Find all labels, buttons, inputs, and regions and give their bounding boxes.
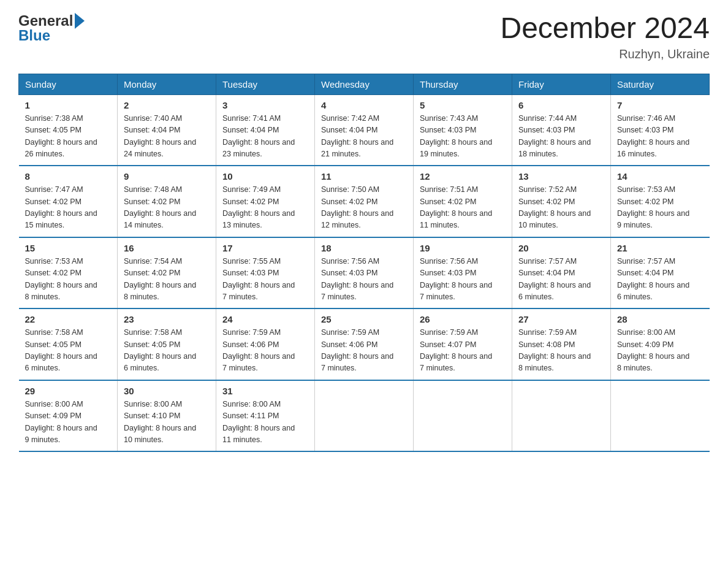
day-number: 21 [617,243,703,253]
day-info: Sunrise: 7:58 AMSunset: 4:05 PMDaylight:… [124,327,210,375]
day-info: Sunrise: 7:59 AMSunset: 4:06 PMDaylight:… [321,327,407,375]
day-info: Sunrise: 7:57 AMSunset: 4:04 PMDaylight:… [617,256,703,304]
day-number: 10 [222,171,308,182]
day-number: 26 [420,314,506,324]
day-info: Sunrise: 7:50 AMSunset: 4:02 PMDaylight:… [321,184,407,232]
day-number: 30 [124,386,210,396]
calendar-table: SundayMondayTuesdayWednesdayThursdayFrid… [18,74,710,453]
day-number: 4 [321,100,407,110]
day-number: 9 [124,171,210,182]
calendar-cell: 6Sunrise: 7:44 AMSunset: 4:03 PMDaylight… [512,94,611,166]
calendar-cell: 1Sunrise: 7:38 AMSunset: 4:05 PMDaylight… [19,94,118,166]
calendar-week-row: 15Sunrise: 7:53 AMSunset: 4:02 PMDayligh… [19,237,710,309]
day-info: Sunrise: 7:54 AMSunset: 4:02 PMDaylight:… [124,256,210,304]
calendar-cell: 4Sunrise: 7:42 AMSunset: 4:04 PMDaylight… [315,94,414,166]
calendar-cell: 5Sunrise: 7:43 AMSunset: 4:03 PMDaylight… [414,94,512,166]
calendar-cell: 20Sunrise: 7:57 AMSunset: 4:04 PMDayligh… [512,237,611,309]
calendar-cell: 19Sunrise: 7:56 AMSunset: 4:03 PMDayligh… [414,237,512,309]
day-info: Sunrise: 7:43 AMSunset: 4:03 PMDaylight:… [420,113,506,161]
day-number: 8 [25,171,112,182]
day-number: 23 [124,314,210,324]
weekday-header-thursday: Thursday [414,74,512,94]
day-info: Sunrise: 7:55 AMSunset: 4:03 PMDaylight:… [222,256,308,304]
calendar-cell: 11Sunrise: 7:50 AMSunset: 4:02 PMDayligh… [315,166,414,237]
weekday-header-monday: Monday [118,74,216,94]
day-number: 25 [321,314,407,324]
weekday-header-wednesday: Wednesday [315,74,414,94]
calendar-cell: 10Sunrise: 7:49 AMSunset: 4:02 PMDayligh… [216,166,315,237]
day-number: 11 [321,171,407,182]
calendar-cell: 23Sunrise: 7:58 AMSunset: 4:05 PMDayligh… [118,308,216,380]
calendar-cell [512,380,611,452]
day-number: 5 [420,100,506,110]
calendar-cell: 16Sunrise: 7:54 AMSunset: 4:02 PMDayligh… [118,237,216,309]
calendar-cell: 12Sunrise: 7:51 AMSunset: 4:02 PMDayligh… [414,166,512,237]
day-info: Sunrise: 7:49 AMSunset: 4:02 PMDaylight:… [222,184,308,232]
calendar-cell: 15Sunrise: 7:53 AMSunset: 4:02 PMDayligh… [19,237,118,309]
day-number: 14 [617,171,703,182]
day-info: Sunrise: 8:00 AMSunset: 4:09 PMDaylight:… [617,327,703,375]
calendar-cell: 29Sunrise: 8:00 AMSunset: 4:09 PMDayligh… [19,380,118,452]
day-number: 7 [617,100,703,110]
weekday-header-tuesday: Tuesday [216,74,315,94]
calendar-week-row: 8Sunrise: 7:47 AMSunset: 4:02 PMDaylight… [19,166,710,237]
logo-triangle-icon [75,13,85,29]
day-info: Sunrise: 7:51 AMSunset: 4:02 PMDaylight:… [420,184,506,232]
calendar-cell [315,380,414,452]
calendar-cell: 8Sunrise: 7:47 AMSunset: 4:02 PMDaylight… [19,166,118,237]
day-number: 3 [222,100,308,110]
calendar-cell: 28Sunrise: 8:00 AMSunset: 4:09 PMDayligh… [611,308,710,380]
day-info: Sunrise: 7:46 AMSunset: 4:03 PMDaylight:… [617,113,703,161]
day-info: Sunrise: 7:59 AMSunset: 4:07 PMDaylight:… [420,327,506,375]
day-info: Sunrise: 7:56 AMSunset: 4:03 PMDaylight:… [420,256,506,304]
day-info: Sunrise: 7:44 AMSunset: 4:03 PMDaylight:… [518,113,604,161]
calendar-cell: 13Sunrise: 7:52 AMSunset: 4:02 PMDayligh… [512,166,611,237]
day-info: Sunrise: 7:47 AMSunset: 4:02 PMDaylight:… [25,184,112,232]
day-info: Sunrise: 8:00 AMSunset: 4:11 PMDaylight:… [222,399,308,446]
weekday-header-row: SundayMondayTuesdayWednesdayThursdayFrid… [19,74,710,94]
day-number: 29 [25,386,112,396]
day-number: 19 [420,243,506,253]
calendar-cell: 18Sunrise: 7:56 AMSunset: 4:03 PMDayligh… [315,237,414,309]
calendar-cell: 26Sunrise: 7:59 AMSunset: 4:07 PMDayligh… [414,308,512,380]
calendar-cell: 9Sunrise: 7:48 AMSunset: 4:02 PMDaylight… [118,166,216,237]
weekday-header-sunday: Sunday [19,74,118,94]
day-info: Sunrise: 7:38 AMSunset: 4:05 PMDaylight:… [25,113,112,161]
day-info: Sunrise: 7:53 AMSunset: 4:02 PMDaylight:… [617,184,703,232]
calendar-week-row: 29Sunrise: 8:00 AMSunset: 4:09 PMDayligh… [19,380,710,452]
day-number: 16 [124,243,210,253]
calendar-cell: 31Sunrise: 8:00 AMSunset: 4:11 PMDayligh… [216,380,315,452]
day-number: 1 [25,100,112,110]
weekday-header-friday: Friday [512,74,611,94]
day-info: Sunrise: 7:56 AMSunset: 4:03 PMDaylight:… [321,256,407,304]
day-info: Sunrise: 7:48 AMSunset: 4:02 PMDaylight:… [124,184,210,232]
calendar-cell: 25Sunrise: 7:59 AMSunset: 4:06 PMDayligh… [315,308,414,380]
calendar-week-row: 1Sunrise: 7:38 AMSunset: 4:05 PMDaylight… [19,94,710,166]
calendar-cell [414,380,512,452]
calendar-cell: 24Sunrise: 7:59 AMSunset: 4:06 PMDayligh… [216,308,315,380]
day-number: 13 [518,171,604,182]
title-block: December 2024 Ruzhyn, Ukraine [500,12,710,61]
calendar-cell [611,380,710,452]
month-title: December 2024 [500,12,710,45]
page-header: General Blue December 2024 Ruzhyn, Ukrai… [18,12,710,61]
day-number: 6 [518,100,604,110]
day-number: 31 [222,386,308,396]
calendar-cell: 22Sunrise: 7:58 AMSunset: 4:05 PMDayligh… [19,308,118,380]
calendar-cell: 27Sunrise: 7:59 AMSunset: 4:08 PMDayligh… [512,308,611,380]
calendar-cell: 17Sunrise: 7:55 AMSunset: 4:03 PMDayligh… [216,237,315,309]
day-info: Sunrise: 7:42 AMSunset: 4:04 PMDaylight:… [321,113,407,161]
day-info: Sunrise: 7:53 AMSunset: 4:02 PMDaylight:… [25,256,112,304]
calendar-cell: 7Sunrise: 7:46 AMSunset: 4:03 PMDaylight… [611,94,710,166]
calendar-cell: 3Sunrise: 7:41 AMSunset: 4:04 PMDaylight… [216,94,315,166]
day-number: 2 [124,100,210,110]
day-info: Sunrise: 7:58 AMSunset: 4:05 PMDaylight:… [25,327,112,375]
day-info: Sunrise: 7:59 AMSunset: 4:06 PMDaylight:… [222,327,308,375]
day-number: 15 [25,243,112,253]
day-number: 28 [617,314,703,324]
day-info: Sunrise: 7:41 AMSunset: 4:04 PMDaylight:… [222,113,308,161]
calendar-cell: 14Sunrise: 7:53 AMSunset: 4:02 PMDayligh… [611,166,710,237]
calendar-cell: 30Sunrise: 8:00 AMSunset: 4:10 PMDayligh… [118,380,216,452]
day-info: Sunrise: 7:57 AMSunset: 4:04 PMDaylight:… [518,256,604,304]
location-text: Ruzhyn, Ukraine [500,47,710,61]
